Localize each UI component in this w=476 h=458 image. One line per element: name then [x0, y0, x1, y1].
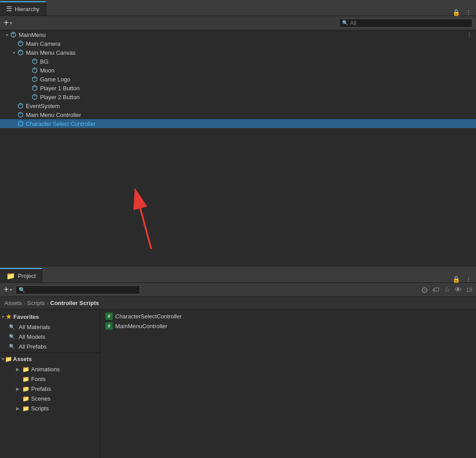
item-label-gamelogo: Game Logo [40, 76, 70, 83]
tree-item-player1button[interactable]: ▸ Player 1 Button [0, 84, 476, 92]
project-toolbar-icons: ⊙ 🏷 ☆ 👁 18 [421, 286, 472, 294]
hierarchy-panel: ☰ Hierarchy 🔒 ⋮ + ▾ 🔍 All ▾ [0, 0, 476, 267]
search-all-label: All [350, 20, 356, 26]
project-lock-icon[interactable]: 🔒 [452, 276, 460, 282]
project-search-box[interactable]: 🔍 [16, 285, 140, 294]
expand-icon-mainmenucanvas: ▾ [11, 50, 17, 55]
sidebar-item-animations[interactable]: ▶ 📁 Animations [0, 364, 100, 374]
sidebar-item-prefabs[interactable]: ▶ 📁 Prefabs [0, 384, 100, 394]
prefabs-label: Prefabs [31, 386, 51, 392]
divider-1 [0, 352, 100, 353]
search-icon-prefabs: 🔍 [9, 344, 15, 350]
svg-marker-15 [32, 85, 37, 88]
project-search-input[interactable] [27, 287, 137, 293]
project-tab-bar: 📁 Project 🔒 ⋮ [0, 267, 476, 283]
all-models-label: All Models [19, 333, 45, 340]
cube-icon-characterselectcontroller [17, 120, 24, 127]
item-label-eventsystem: EventSystem [26, 103, 60, 109]
cube-icon-maincamera [17, 40, 24, 47]
item-label-moon: Moon [40, 67, 55, 74]
tree-item-bg[interactable]: ▸ BG [0, 57, 476, 66]
tree-item-player2button[interactable]: ▸ Player 2 Button [0, 92, 476, 101]
svg-marker-17 [32, 94, 37, 97]
project-add-chevron-icon: ▾ [10, 287, 12, 292]
item-label-bg: BG [40, 58, 48, 65]
project-tab[interactable]: 📁 Project [0, 268, 42, 282]
project-toolbar: + ▾ 🔍 ⊙ 🏷 ☆ 👁 18 [0, 283, 476, 297]
assets-header[interactable]: ▾ 📁 Assets [0, 354, 100, 364]
breadcrumb-controller-scripts[interactable]: Controller Scripts [50, 300, 99, 306]
breadcrumb-scripts[interactable]: Scripts [27, 300, 45, 306]
item-label-mainmenucontroller: Main Menu Controller [26, 112, 81, 118]
sidebar-item-fonts[interactable]: ▶ 📁 Fonts [0, 374, 100, 384]
sidebar-item-all-models[interactable]: 🔍 All Models [0, 332, 100, 341]
tree-item-maincamera[interactable]: ▸ Main Camera [0, 39, 476, 48]
scene-filter-icon[interactable]: ⊙ [421, 286, 428, 294]
cube-icon-bg [31, 58, 38, 65]
favorites-label: Favorites [13, 313, 39, 320]
cube-icon-player1button [31, 84, 38, 92]
item-label-player1button: Player 1 Button [40, 85, 80, 92]
project-tab-label: Project [18, 273, 36, 279]
hierarchy-tab-bar: ☰ Hierarchy 🔒 ⋮ [0, 0, 476, 16]
sidebar-item-scenes[interactable]: ▶ 📁 Scenes [0, 394, 100, 403]
assets-folder-icon: 📁 [5, 356, 12, 362]
tree-item-characterselectcontroller[interactable]: ▸ Character Select Controller [0, 119, 476, 128]
cube-icon-mainmenucanvas [17, 49, 24, 56]
file-item-character-select-controller[interactable]: # CharacterSelectController [100, 311, 476, 321]
tree-item-mainmenu[interactable]: ▾ MainMenu ⋮ [0, 30, 476, 39]
favorites-header[interactable]: ▾ ★ Favorites [0, 311, 100, 322]
hierarchy-tab[interactable]: ☰ Hierarchy [0, 1, 46, 16]
prefabs-expand-icon: ▶ [16, 386, 20, 391]
all-materials-label: All Materials [19, 324, 50, 330]
star-filter-icon[interactable]: ☆ [444, 286, 450, 293]
hierarchy-tree: ▾ MainMenu ⋮ ▸ Main Camera ▾ [0, 30, 476, 267]
svg-marker-21 [18, 112, 23, 115]
animations-label: Animations [31, 366, 60, 373]
tree-item-eventsystem[interactable]: ▸ EventSystem [0, 101, 476, 110]
item-label-characterselectcontroller: Character Select Controller [26, 121, 96, 127]
scripts-folder-icon: 📁 [22, 405, 29, 412]
project-more-icon[interactable]: ⋮ [465, 276, 472, 282]
tree-item-mainmenucontroller[interactable]: ▸ Main Menu Controller [0, 110, 476, 119]
project-search-icon: 🔍 [19, 287, 25, 293]
assets-chevron-icon: ▾ [2, 357, 4, 362]
visibility-icon[interactable]: 👁 [455, 286, 462, 293]
animations-folder-icon: 📁 [22, 366, 29, 373]
search-icon-materials: 🔍 [9, 324, 15, 330]
file-item-main-menu-controller[interactable]: # MainMenuController [100, 321, 476, 331]
project-file-list: # CharacterSelectController # MainMenuCo… [100, 309, 476, 458]
more-menu-icon[interactable]: ⋮ [465, 9, 472, 16]
sidebar-item-scripts[interactable]: ▶ 📁 Scripts [0, 403, 100, 413]
cube-icon-eventsystem [17, 102, 24, 109]
tree-item-mainmenucanvas[interactable]: ▾ Main Menu Canvas [0, 48, 476, 57]
favorites-chevron-icon: ▾ [2, 314, 4, 319]
file-label-mmc: MainMenuController [115, 323, 167, 329]
breadcrumb-assets[interactable]: Assets [4, 300, 22, 306]
animations-expand-icon: ▶ [16, 367, 20, 372]
lock-icon[interactable]: 🔒 [452, 9, 460, 16]
svg-marker-5 [18, 41, 23, 44]
item-label-mainmenucanvas: Main Menu Canvas [26, 49, 76, 56]
item-label-mainmenu: MainMenu [19, 32, 46, 38]
add-button[interactable]: + ▾ [4, 18, 12, 28]
sidebar-item-all-prefabs[interactable]: 🔍 All Prefabs [0, 341, 100, 351]
folder-tab-icon: 📁 [6, 272, 15, 280]
tree-item-moon[interactable]: ▸ Moon [0, 66, 476, 75]
svg-marker-3 [11, 32, 16, 35]
prefabs-folder-icon: 📁 [22, 386, 29, 392]
hierarchy-search-box: 🔍 All [339, 19, 472, 28]
cube-icon-gamelogo [31, 76, 38, 83]
sidebar-item-all-materials[interactable]: 🔍 All Materials [0, 322, 100, 332]
svg-marker-19 [18, 103, 23, 106]
item-label-maincamera: Main Camera [26, 40, 61, 47]
search-icon: 🔍 [342, 20, 348, 26]
mainmenu-more-icon[interactable]: ⋮ [466, 31, 472, 38]
fonts-label: Fonts [31, 376, 46, 382]
hierarchy-tab-label: Hierarchy [15, 6, 40, 12]
tree-item-gamelogo[interactable]: ▸ Game Logo [0, 75, 476, 84]
project-add-button[interactable]: + ▾ [4, 285, 12, 295]
tag-icon[interactable]: 🏷 [432, 286, 440, 293]
fonts-folder-icon: 📁 [22, 376, 29, 382]
cube-icon-player2button [31, 93, 38, 100]
